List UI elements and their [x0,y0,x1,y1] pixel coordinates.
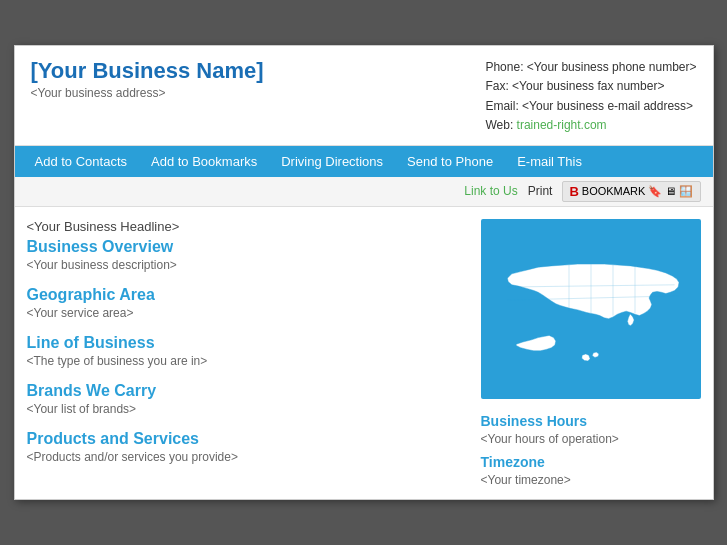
business-address: <Your business address> [31,86,264,100]
section-title-2: Line of Business [27,334,465,352]
header: [Your Business Name] <Your business addr… [15,46,713,146]
bookmark-icon: B [569,184,578,199]
nav-send-to-phone[interactable]: Send to Phone [395,146,505,177]
web-label: Web: trained-right.com [485,116,696,135]
section-desc-2: <The type of business you are in> [27,354,465,368]
header-right: Phone: <Your business phone number> Fax:… [485,58,696,135]
section-desc-0: <Your business description> [27,258,465,272]
nav-add-to-bookmarks[interactable]: Add to Bookmarks [139,146,269,177]
utility-bar: Link to Us Print B BOOKMARK 🔖 🖥 🪟 [15,177,713,207]
timezone-title: Timezone [481,454,701,470]
link-to-us-link[interactable]: Link to Us [464,184,517,198]
left-column: <Your Business Headline> Business Overvi… [27,219,481,487]
bookmark-label: BOOKMARK [582,185,646,197]
bookmark-button[interactable]: B BOOKMARK 🔖 🖥 🪟 [562,181,700,202]
section-title-0: Business Overview [27,238,465,256]
right-column: Business Hours <Your hours of operation>… [481,219,701,487]
page-wrapper: [Your Business Name] <Your business addr… [14,45,714,500]
section-desc-3: <Your list of brands> [27,402,465,416]
section-desc-4: <Products and/or services you provide> [27,450,465,464]
section-title-4: Products and Services [27,430,465,448]
email-label: Email: <Your business e-mail address> [485,97,696,116]
business-hours-title: Business Hours [481,413,701,429]
us-map [481,219,701,399]
nav-driving-directions[interactable]: Driving Directions [269,146,395,177]
nav-email-this[interactable]: E-mail This [505,146,594,177]
web-text: Web: [485,118,516,132]
fax-label: Fax: <Your business fax number> [485,77,696,96]
business-headline: <Your Business Headline> [27,219,465,234]
phone-label: Phone: <Your business phone number> [485,58,696,77]
bookmark-icons-extra: 🔖 🖥 🪟 [648,185,693,198]
section-title-3: Brands We Carry [27,382,465,400]
us-map-svg [481,219,701,399]
section-title-1: Geographic Area [27,286,465,304]
nav-add-to-contacts[interactable]: Add to Contacts [23,146,140,177]
section-desc-1: <Your service area> [27,306,465,320]
main-content: <Your Business Headline> Business Overvi… [15,207,713,499]
timezone-desc: <Your timezone> [481,473,701,487]
business-hours-desc: <Your hours of operation> [481,432,701,446]
web-link[interactable]: trained-right.com [517,118,607,132]
print-link[interactable]: Print [528,184,553,198]
navbar: Add to Contacts Add to Bookmarks Driving… [15,146,713,177]
business-name: [Your Business Name] [31,58,264,84]
header-left: [Your Business Name] <Your business addr… [31,58,264,100]
